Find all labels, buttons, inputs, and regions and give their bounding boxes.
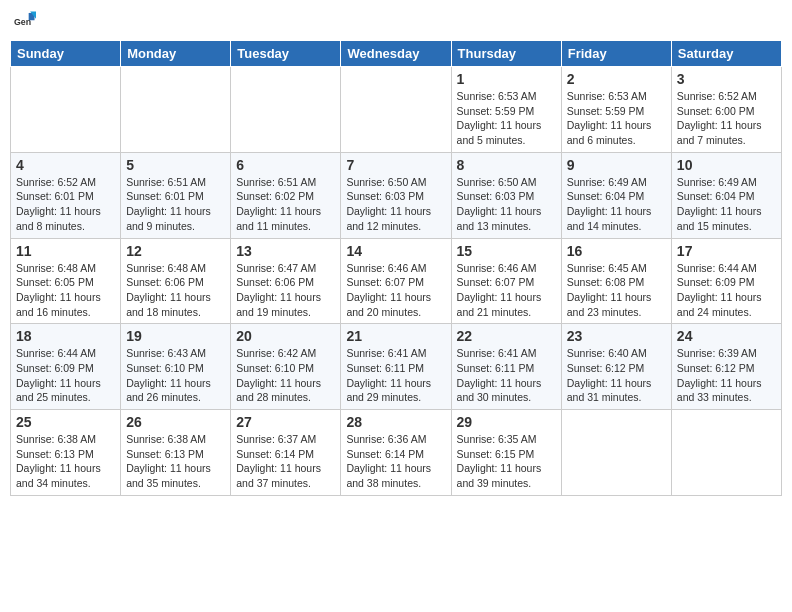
- general-blue-icon: Gen: [14, 10, 36, 32]
- page-header: Gen: [10, 10, 782, 32]
- day-of-week-header: Monday: [121, 41, 231, 67]
- day-of-week-header: Saturday: [671, 41, 781, 67]
- day-number: 16: [567, 243, 666, 259]
- day-info: Sunrise: 6:49 AM Sunset: 6:04 PM Dayligh…: [677, 175, 776, 234]
- day-number: 25: [16, 414, 115, 430]
- day-number: 3: [677, 71, 776, 87]
- calendar-cell: 8Sunrise: 6:50 AM Sunset: 6:03 PM Daylig…: [451, 152, 561, 238]
- calendar-cell: 4Sunrise: 6:52 AM Sunset: 6:01 PM Daylig…: [11, 152, 121, 238]
- day-info: Sunrise: 6:36 AM Sunset: 6:14 PM Dayligh…: [346, 432, 445, 491]
- calendar-cell: 14Sunrise: 6:46 AM Sunset: 6:07 PM Dayli…: [341, 238, 451, 324]
- day-number: 11: [16, 243, 115, 259]
- calendar-cell: 29Sunrise: 6:35 AM Sunset: 6:15 PM Dayli…: [451, 410, 561, 496]
- calendar-cell: 7Sunrise: 6:50 AM Sunset: 6:03 PM Daylig…: [341, 152, 451, 238]
- calendar-cell: 2Sunrise: 6:53 AM Sunset: 5:59 PM Daylig…: [561, 67, 671, 153]
- calendar-cell: [231, 67, 341, 153]
- day-info: Sunrise: 6:41 AM Sunset: 6:11 PM Dayligh…: [346, 346, 445, 405]
- calendar-cell: 13Sunrise: 6:47 AM Sunset: 6:06 PM Dayli…: [231, 238, 341, 324]
- day-info: Sunrise: 6:53 AM Sunset: 5:59 PM Dayligh…: [457, 89, 556, 148]
- day-number: 10: [677, 157, 776, 173]
- day-number: 21: [346, 328, 445, 344]
- day-info: Sunrise: 6:45 AM Sunset: 6:08 PM Dayligh…: [567, 261, 666, 320]
- day-number: 28: [346, 414, 445, 430]
- calendar-cell: 12Sunrise: 6:48 AM Sunset: 6:06 PM Dayli…: [121, 238, 231, 324]
- calendar-cell: 9Sunrise: 6:49 AM Sunset: 6:04 PM Daylig…: [561, 152, 671, 238]
- calendar-cell: 11Sunrise: 6:48 AM Sunset: 6:05 PM Dayli…: [11, 238, 121, 324]
- calendar-week-row: 11Sunrise: 6:48 AM Sunset: 6:05 PM Dayli…: [11, 238, 782, 324]
- logo: Gen: [14, 10, 38, 32]
- calendar-cell: 19Sunrise: 6:43 AM Sunset: 6:10 PM Dayli…: [121, 324, 231, 410]
- day-number: 23: [567, 328, 666, 344]
- calendar-cell: 1Sunrise: 6:53 AM Sunset: 5:59 PM Daylig…: [451, 67, 561, 153]
- calendar-cell: 24Sunrise: 6:39 AM Sunset: 6:12 PM Dayli…: [671, 324, 781, 410]
- calendar-cell: 15Sunrise: 6:46 AM Sunset: 6:07 PM Dayli…: [451, 238, 561, 324]
- day-of-week-header: Wednesday: [341, 41, 451, 67]
- day-info: Sunrise: 6:39 AM Sunset: 6:12 PM Dayligh…: [677, 346, 776, 405]
- day-number: 17: [677, 243, 776, 259]
- calendar-cell: 25Sunrise: 6:38 AM Sunset: 6:13 PM Dayli…: [11, 410, 121, 496]
- day-number: 4: [16, 157, 115, 173]
- svg-text:Gen: Gen: [14, 17, 31, 27]
- day-number: 15: [457, 243, 556, 259]
- day-info: Sunrise: 6:53 AM Sunset: 5:59 PM Dayligh…: [567, 89, 666, 148]
- calendar-cell: 18Sunrise: 6:44 AM Sunset: 6:09 PM Dayli…: [11, 324, 121, 410]
- day-info: Sunrise: 6:47 AM Sunset: 6:06 PM Dayligh…: [236, 261, 335, 320]
- day-info: Sunrise: 6:41 AM Sunset: 6:11 PM Dayligh…: [457, 346, 556, 405]
- calendar-cell: [561, 410, 671, 496]
- calendar-cell: 10Sunrise: 6:49 AM Sunset: 6:04 PM Dayli…: [671, 152, 781, 238]
- day-number: 5: [126, 157, 225, 173]
- calendar-cell: 16Sunrise: 6:45 AM Sunset: 6:08 PM Dayli…: [561, 238, 671, 324]
- day-number: 9: [567, 157, 666, 173]
- calendar-cell: 6Sunrise: 6:51 AM Sunset: 6:02 PM Daylig…: [231, 152, 341, 238]
- day-info: Sunrise: 6:50 AM Sunset: 6:03 PM Dayligh…: [457, 175, 556, 234]
- calendar-cell: 28Sunrise: 6:36 AM Sunset: 6:14 PM Dayli…: [341, 410, 451, 496]
- day-info: Sunrise: 6:38 AM Sunset: 6:13 PM Dayligh…: [16, 432, 115, 491]
- day-number: 18: [16, 328, 115, 344]
- calendar-cell: [121, 67, 231, 153]
- day-number: 19: [126, 328, 225, 344]
- calendar-cell: 21Sunrise: 6:41 AM Sunset: 6:11 PM Dayli…: [341, 324, 451, 410]
- day-of-week-header: Sunday: [11, 41, 121, 67]
- calendar-cell: 22Sunrise: 6:41 AM Sunset: 6:11 PM Dayli…: [451, 324, 561, 410]
- day-number: 20: [236, 328, 335, 344]
- day-number: 2: [567, 71, 666, 87]
- day-info: Sunrise: 6:37 AM Sunset: 6:14 PM Dayligh…: [236, 432, 335, 491]
- day-number: 8: [457, 157, 556, 173]
- calendar-cell: [341, 67, 451, 153]
- calendar-table: SundayMondayTuesdayWednesdayThursdayFrid…: [10, 40, 782, 496]
- day-info: Sunrise: 6:38 AM Sunset: 6:13 PM Dayligh…: [126, 432, 225, 491]
- calendar-cell: [11, 67, 121, 153]
- day-number: 6: [236, 157, 335, 173]
- day-number: 29: [457, 414, 556, 430]
- day-info: Sunrise: 6:49 AM Sunset: 6:04 PM Dayligh…: [567, 175, 666, 234]
- calendar-cell: [671, 410, 781, 496]
- day-info: Sunrise: 6:50 AM Sunset: 6:03 PM Dayligh…: [346, 175, 445, 234]
- day-info: Sunrise: 6:35 AM Sunset: 6:15 PM Dayligh…: [457, 432, 556, 491]
- calendar-week-row: 1Sunrise: 6:53 AM Sunset: 5:59 PM Daylig…: [11, 67, 782, 153]
- calendar-week-row: 18Sunrise: 6:44 AM Sunset: 6:09 PM Dayli…: [11, 324, 782, 410]
- day-number: 7: [346, 157, 445, 173]
- day-of-week-header: Friday: [561, 41, 671, 67]
- day-info: Sunrise: 6:46 AM Sunset: 6:07 PM Dayligh…: [346, 261, 445, 320]
- calendar-cell: 20Sunrise: 6:42 AM Sunset: 6:10 PM Dayli…: [231, 324, 341, 410]
- day-info: Sunrise: 6:43 AM Sunset: 6:10 PM Dayligh…: [126, 346, 225, 405]
- day-number: 13: [236, 243, 335, 259]
- calendar-week-row: 25Sunrise: 6:38 AM Sunset: 6:13 PM Dayli…: [11, 410, 782, 496]
- day-number: 22: [457, 328, 556, 344]
- calendar-cell: 17Sunrise: 6:44 AM Sunset: 6:09 PM Dayli…: [671, 238, 781, 324]
- calendar-cell: 5Sunrise: 6:51 AM Sunset: 6:01 PM Daylig…: [121, 152, 231, 238]
- day-number: 14: [346, 243, 445, 259]
- calendar-week-row: 4Sunrise: 6:52 AM Sunset: 6:01 PM Daylig…: [11, 152, 782, 238]
- day-info: Sunrise: 6:42 AM Sunset: 6:10 PM Dayligh…: [236, 346, 335, 405]
- day-number: 1: [457, 71, 556, 87]
- calendar-cell: 26Sunrise: 6:38 AM Sunset: 6:13 PM Dayli…: [121, 410, 231, 496]
- day-info: Sunrise: 6:40 AM Sunset: 6:12 PM Dayligh…: [567, 346, 666, 405]
- calendar-cell: 3Sunrise: 6:52 AM Sunset: 6:00 PM Daylig…: [671, 67, 781, 153]
- day-info: Sunrise: 6:51 AM Sunset: 6:01 PM Dayligh…: [126, 175, 225, 234]
- day-number: 26: [126, 414, 225, 430]
- day-of-week-header: Tuesday: [231, 41, 341, 67]
- day-info: Sunrise: 6:52 AM Sunset: 6:00 PM Dayligh…: [677, 89, 776, 148]
- day-info: Sunrise: 6:52 AM Sunset: 6:01 PM Dayligh…: [16, 175, 115, 234]
- day-info: Sunrise: 6:44 AM Sunset: 6:09 PM Dayligh…: [677, 261, 776, 320]
- day-number: 24: [677, 328, 776, 344]
